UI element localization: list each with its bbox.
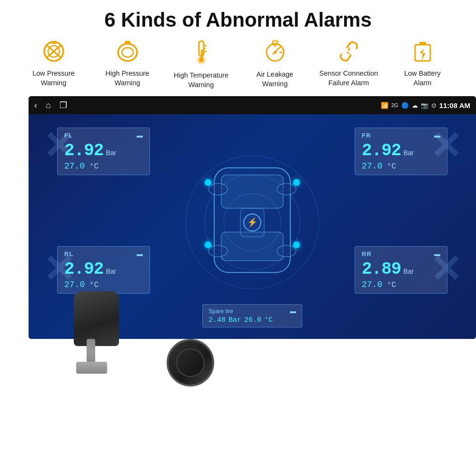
sensor-body xyxy=(74,291,119,346)
cap-sensor xyxy=(167,339,219,391)
pressure-rl: 2.92 xyxy=(64,259,103,279)
sensor-dot-fl xyxy=(205,179,211,186)
sensor-connection-icon xyxy=(337,40,361,66)
battery-rl: ▬ xyxy=(137,250,143,258)
temp-rr: 27.0 xyxy=(362,280,382,289)
clock: 11:08 AM xyxy=(439,101,470,109)
cap-body xyxy=(167,339,214,387)
svg-point-5 xyxy=(118,44,137,61)
tire-label-rl: RL xyxy=(64,250,73,258)
pressure-unit-rl: Bar xyxy=(106,268,116,275)
bluetooth-icon: 🔵 xyxy=(401,102,409,109)
temp-fl: 27.0 xyxy=(64,161,85,171)
tire-panel-fr: FR ▬ 2.92 Bar 27.0 °C xyxy=(355,128,447,175)
battery-rr: ▬ xyxy=(434,250,440,258)
high-pressure-icon xyxy=(115,40,140,66)
target-icon: ⊙ xyxy=(431,102,436,109)
alarm-high-temperature: High Temperature Warning xyxy=(164,40,238,89)
svg-point-42 xyxy=(277,246,296,257)
battery-spare: ▬ xyxy=(290,307,296,315)
alarm-types-row: Low Pressure Warning High Pressure Warni… xyxy=(0,36,476,96)
nav-buttons: ‹ ⌂ ❒ xyxy=(34,100,67,110)
pressure-unit-fr: Bar xyxy=(403,149,414,157)
valve-base xyxy=(76,362,107,374)
sensor-dot-rr xyxy=(293,242,300,248)
low-pressure-label: Low Pressure Warning xyxy=(32,69,75,88)
svg-rect-22 xyxy=(273,41,278,45)
back-button[interactable]: ‹ xyxy=(34,100,37,110)
page-title: 6 Kinds of Abnormal Alarms xyxy=(0,9,476,31)
high-pressure-label: High Pressure Warning xyxy=(106,69,149,88)
spare-pressure-unit: Bar xyxy=(228,316,241,324)
sensor-dot-fr xyxy=(293,179,300,186)
air-leakage-label: Air Leakage Warning xyxy=(257,70,293,89)
pressure-rr: 2.89 xyxy=(362,259,401,279)
svg-point-41 xyxy=(208,246,228,257)
temp-unit-rl: °C xyxy=(89,281,99,289)
svg-line-23 xyxy=(275,49,278,52)
tire-panel-rl: RL ▬ 2.92 Bar 27.0 °C xyxy=(57,246,150,294)
sensor-connection-label: Sensor Connection Failure Alarm xyxy=(319,69,378,88)
tire-panel-fl: FL ▬ 2.92 Bar 27.0 °C xyxy=(57,128,150,175)
tire-label-fl: FL xyxy=(64,132,73,139)
home-button[interactable]: ⌂ xyxy=(46,100,51,110)
spare-temp-unit: °C xyxy=(264,316,273,324)
temp-unit-fl: °C xyxy=(89,162,99,171)
tire-panel-rr: RR ▬ 2.89 Bar 27.0 °C xyxy=(355,246,447,294)
camera-icon: 📷 xyxy=(421,102,428,109)
screen-wrapper: ‹ ⌂ ❒ 📶 2G 🔵 ☁ 📷 ⊙ 11:08 AM ✕ ✕ ✕ ✕ xyxy=(29,96,476,367)
low-battery-label: Low Battery Alarm xyxy=(404,69,441,88)
tire-label-rr: RR xyxy=(362,250,372,258)
svg-line-27 xyxy=(348,52,350,54)
air-leakage-icon xyxy=(264,40,286,67)
car-graphic: ⚡ xyxy=(186,139,319,301)
low-pressure-icon xyxy=(41,40,66,66)
page-header: 6 Kinds of Abnormal Alarms xyxy=(0,0,476,36)
battery-fl: ▬ xyxy=(137,132,143,139)
spare-temp: 26.0 xyxy=(244,316,261,324)
svg-line-20 xyxy=(279,47,281,49)
temp-fr: 27.0 xyxy=(362,161,382,171)
internal-sensor xyxy=(67,291,129,372)
temp-unit-rr: °C xyxy=(387,281,396,289)
pressure-fr: 2.92 xyxy=(362,141,401,160)
svg-rect-34 xyxy=(221,175,283,208)
recent-button[interactable]: ❒ xyxy=(60,100,67,110)
svg-point-6 xyxy=(122,48,133,57)
physical-sensors xyxy=(67,291,219,372)
alarm-high-pressure: High Pressure Warning xyxy=(90,40,164,88)
pressure-fl: 2.92 xyxy=(64,141,103,160)
tire-label-fr: FR xyxy=(362,132,371,139)
svg-text:⚡: ⚡ xyxy=(247,218,258,228)
wifi-icon: 📶 xyxy=(381,102,388,109)
svg-rect-13 xyxy=(201,50,203,59)
status-indicators: 📶 2G 🔵 ☁ 📷 ⊙ 11:08 AM xyxy=(381,101,470,109)
signal-icon: 2G xyxy=(391,102,398,108)
alarm-sensor-connection: Sensor Connection Failure Alarm xyxy=(312,40,386,88)
battery-fr: ▬ xyxy=(434,132,440,139)
status-bar: ‹ ⌂ ❒ 📶 2G 🔵 ☁ 📷 ⊙ 11:08 AM xyxy=(29,96,476,114)
pressure-unit-fl: Bar xyxy=(106,149,116,157)
pressure-unit-rr: Bar xyxy=(403,268,414,275)
low-battery-icon xyxy=(413,40,432,66)
cloud-icon: ☁ xyxy=(412,102,418,109)
temp-unit-fr: °C xyxy=(387,162,396,171)
alarm-air-leakage: Air Leakage Warning xyxy=(238,40,312,89)
cap-inner xyxy=(176,348,205,377)
svg-point-40 xyxy=(277,184,296,195)
sensor-dot-rl xyxy=(205,242,211,248)
svg-point-39 xyxy=(208,184,228,195)
high-temperature-icon xyxy=(192,40,210,68)
alarm-low-pressure: Low Pressure Warning xyxy=(17,40,90,88)
svg-rect-29 xyxy=(419,42,426,45)
temp-rl: 27.0 xyxy=(64,280,85,289)
svg-rect-4 xyxy=(51,41,57,44)
alarm-low-battery: Low Battery Alarm xyxy=(386,40,459,88)
high-temperature-label: High Temperature Warning xyxy=(174,71,228,89)
